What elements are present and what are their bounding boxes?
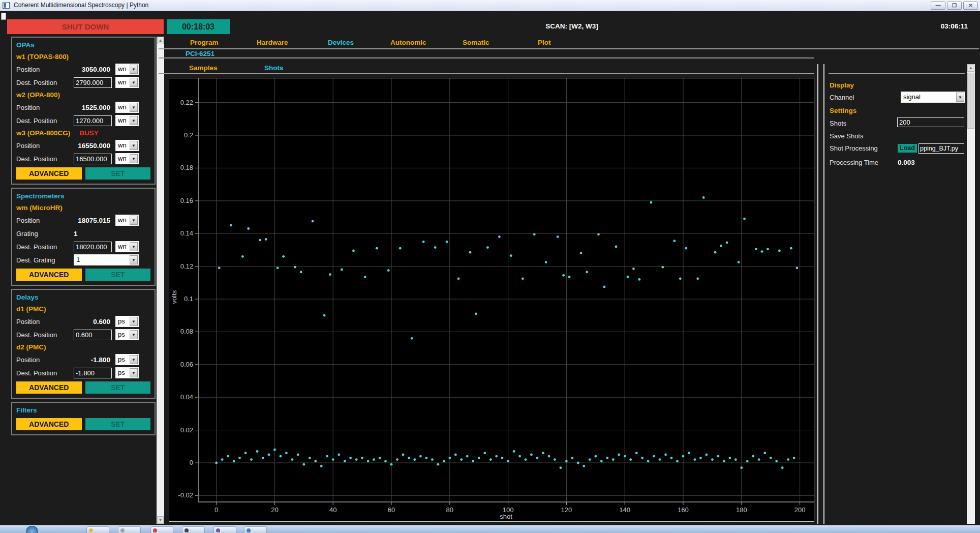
shots-plot-area[interactable]: -0.0200.020.040.060.080.10.120.140.160.1… bbox=[169, 78, 814, 522]
menu-tab-plot[interactable]: Plot bbox=[538, 39, 551, 46]
restore-button[interactable]: ❐ bbox=[947, 2, 962, 10]
menu-tab-devices[interactable]: Devices bbox=[328, 39, 354, 46]
tab-shots[interactable]: Shots bbox=[264, 64, 284, 72]
scroll-up-icon[interactable]: ▲ bbox=[967, 64, 974, 72]
data-point bbox=[425, 457, 428, 459]
shutdown-button[interactable]: SHUT DOWN bbox=[7, 19, 164, 34]
grating-select[interactable]: 1▼ bbox=[74, 254, 139, 265]
windows-taskbar[interactable] bbox=[0, 525, 980, 533]
scrollbar-thumb[interactable] bbox=[967, 73, 974, 129]
chevron-down-icon[interactable]: ▼ bbox=[130, 330, 138, 339]
splitter-line[interactable] bbox=[817, 64, 818, 524]
data-point bbox=[291, 458, 293, 461]
chevron-down-icon[interactable]: ▼ bbox=[130, 103, 138, 112]
svg-text:140: 140 bbox=[619, 506, 630, 514]
units-select[interactable]: ps▼ bbox=[115, 354, 139, 365]
row-label: Position bbox=[16, 318, 74, 325]
units-select[interactable]: ps▼ bbox=[115, 316, 139, 327]
destination-input[interactable] bbox=[74, 115, 112, 126]
chevron-down-icon[interactable]: ▼ bbox=[130, 255, 138, 264]
minimize-button[interactable]: — bbox=[931, 2, 945, 10]
right-panel-scrollbar[interactable]: ▲ bbox=[967, 64, 975, 524]
script-filename-field[interactable]: pping_BJT.py bbox=[918, 143, 964, 154]
units-select[interactable]: wn▼ bbox=[115, 77, 139, 88]
taskbar-app-gray[interactable] bbox=[118, 526, 141, 533]
row-label: Dest. Position bbox=[16, 243, 74, 251]
data-point bbox=[720, 245, 722, 247]
hardware-row: Dest. Grating1▼ bbox=[16, 253, 150, 266]
taskbar-app-dark[interactable] bbox=[182, 526, 205, 533]
set-button[interactable]: SET bbox=[85, 167, 151, 180]
chevron-down-icon[interactable]: ▼ bbox=[130, 216, 138, 225]
destination-input[interactable] bbox=[74, 330, 112, 340]
units-select[interactable]: wn▼ bbox=[115, 64, 139, 75]
chevron-down-icon[interactable]: ▼ bbox=[130, 78, 138, 87]
data-point bbox=[728, 457, 731, 459]
chevron-down-icon[interactable]: ▼ bbox=[130, 242, 138, 251]
units-select[interactable]: wn▼ bbox=[115, 102, 139, 113]
chevron-down-icon[interactable]: ▼ bbox=[130, 116, 138, 125]
data-point bbox=[568, 276, 571, 278]
menu-tab-hardware[interactable]: Hardware bbox=[257, 39, 288, 46]
destination-input[interactable] bbox=[74, 242, 112, 252]
set-button[interactable]: SET bbox=[85, 269, 151, 281]
sidebar-scrollbar[interactable]: ▲ ▼ bbox=[157, 37, 164, 524]
data-point bbox=[294, 266, 296, 269]
start-orb-icon[interactable] bbox=[26, 526, 38, 533]
data-point bbox=[344, 460, 346, 462]
taskbar-app-purple[interactable] bbox=[213, 526, 236, 533]
menu-tab-autonomic[interactable]: Autonomic bbox=[390, 39, 426, 46]
chevron-down-icon[interactable]: ▼ bbox=[130, 65, 138, 74]
splitter-line-2[interactable] bbox=[823, 64, 824, 524]
destination-input[interactable] bbox=[74, 368, 112, 378]
tab-samples[interactable]: Samples bbox=[189, 64, 218, 72]
set-button[interactable]: SET bbox=[85, 381, 151, 394]
section-delays: Delaysd1 (PMC)Position0.600ps▼Dest. Posi… bbox=[11, 289, 156, 399]
data-point bbox=[411, 337, 413, 340]
units-select[interactable]: wn▼ bbox=[115, 215, 139, 226]
scroll-down-icon[interactable]: ▼ bbox=[157, 516, 164, 524]
taskbar-app-red[interactable] bbox=[150, 526, 173, 533]
chevron-down-icon[interactable]: ▼ bbox=[130, 141, 138, 150]
advanced-button[interactable]: ADVANCED bbox=[16, 381, 82, 394]
data-point bbox=[285, 452, 288, 454]
window-titlebar[interactable]: Coherent Multidimensional Spectroscopy |… bbox=[0, 0, 980, 11]
advanced-button[interactable]: ADVANCED bbox=[16, 418, 82, 430]
units-select[interactable]: wn▼ bbox=[115, 153, 139, 164]
chevron-down-icon[interactable]: ▼ bbox=[130, 368, 138, 377]
menu-tab-program[interactable]: Program bbox=[190, 39, 219, 46]
advanced-button[interactable]: ADVANCED bbox=[16, 167, 82, 180]
units-select[interactable]: ps▼ bbox=[115, 367, 139, 378]
chevron-down-icon[interactable]: ▼ bbox=[130, 355, 138, 364]
svg-text:60: 60 bbox=[388, 506, 395, 514]
hardware-sidebar: OPAsw1 (TOPAS-800)Position3050.000wn▼Des… bbox=[11, 37, 156, 438]
destination-input[interactable] bbox=[74, 77, 112, 88]
data-point bbox=[352, 250, 355, 252]
units-select[interactable]: ps▼ bbox=[115, 329, 139, 340]
select-value: ps bbox=[116, 354, 129, 365]
taskbar-app-blue[interactable] bbox=[244, 526, 267, 533]
channel-select[interactable]: signal ▼ bbox=[901, 92, 965, 103]
load-script-button[interactable]: Load bbox=[898, 144, 917, 153]
chevron-down-icon[interactable]: ▼ bbox=[130, 154, 138, 163]
advanced-button[interactable]: ADVANCED bbox=[16, 269, 82, 281]
tab-pci-6251[interactable]: PCI-6251 bbox=[186, 50, 215, 57]
menu-tab-somatic[interactable]: Somatic bbox=[463, 39, 489, 46]
chevron-down-icon[interactable]: ▼ bbox=[130, 317, 138, 326]
hardware-row: Dest. Positionwn▼ bbox=[16, 152, 150, 165]
taskbar-app-yellow[interactable] bbox=[86, 526, 109, 533]
data-point bbox=[247, 227, 250, 230]
data-point bbox=[577, 462, 579, 464]
close-button[interactable]: ✕ bbox=[963, 2, 978, 10]
set-button[interactable]: SET bbox=[85, 418, 151, 430]
units-select[interactable]: wn▼ bbox=[115, 140, 139, 151]
destination-input[interactable] bbox=[74, 154, 112, 164]
shots-input[interactable] bbox=[897, 117, 964, 127]
data-point bbox=[469, 251, 472, 254]
data-point bbox=[221, 458, 224, 461]
units-select[interactable]: wn▼ bbox=[115, 241, 139, 252]
chevron-down-icon[interactable]: ▼ bbox=[956, 93, 964, 102]
scroll-up-icon[interactable]: ▲ bbox=[157, 37, 164, 44]
hardware-name: wm (MicroHR) bbox=[16, 202, 150, 214]
units-select[interactable]: wn▼ bbox=[115, 115, 139, 126]
